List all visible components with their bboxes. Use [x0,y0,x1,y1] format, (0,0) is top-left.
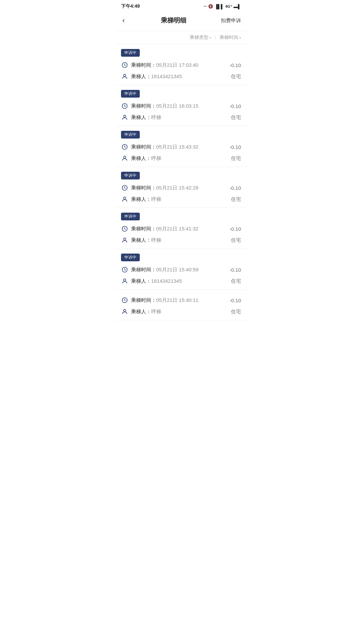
person-label: 乘梯人：18143421345 [131,73,182,80]
person-row: 乘梯人：呼梯 住宅 [116,234,246,249]
time-label: 乘梯时间：05月21日 15:41:32 [131,226,198,232]
status-badge: 申诉中 [121,49,140,57]
person-row: 乘梯人：18143421345 住宅 [116,71,246,85]
person-row: 乘梯人：呼梯 住宅 [116,194,246,208]
time-label: 乘梯时间：05月21日 16:03:15 [131,103,198,109]
person-icon [121,277,128,285]
network-type-icon: 4G⁺ [225,4,232,9]
header: ‹ 乘梯明细 扣费申诉 [116,11,246,31]
svg-point-9 [124,238,126,240]
amount-value: -0.10 [230,298,241,303]
person-row: 乘梯人：呼梯 住宅 [116,153,246,167]
amount-value: -0.10 [230,144,241,150]
complaint-button[interactable]: 扣费申诉 [221,17,241,24]
person-label: 乘梯人：呼梯 [131,237,161,244]
signal-dots-icon: ··· [203,4,207,9]
status-time: 下午4:49 [121,3,140,9]
status-badge: 申诉中 [121,90,140,98]
time-row: 乘梯时间：05月21日 15:40:11 -0.10 [116,294,246,306]
filter-divider [215,35,216,40]
ride-type: 住宅 [231,155,241,162]
clock-icon [121,61,128,69]
time-row: 乘梯时间：05月21日 15:41:32 -0.10 [116,223,246,234]
list-item[interactable]: 乘梯时间：05月21日 15:40:11 -0.10 乘梯人：呼梯 住宅 [116,290,246,320]
battery-icon: ▬▌ [234,4,241,9]
svg-point-11 [124,279,126,281]
time-label: 乘梯时间：05月21日 15:40:11 [131,297,198,304]
status-badge: 申诉中 [121,131,140,139]
status-badge: 申诉中 [121,213,140,220]
person-label: 乘梯人：呼梯 [131,309,161,315]
person-icon [121,196,128,203]
time-row: 乘梯时间：05月21日 15:40:59 -0.10 [116,264,246,275]
status-badge: 申诉中 [121,254,140,261]
mute-icon: 🔇 [208,4,213,9]
time-row: 乘梯时间：05月21日 17:03:40 -0.10 [116,59,246,71]
signal-bars-icon: ▐▌▌ [215,4,224,9]
status-bar: 下午4:49 ··· 🔇 ▐▌▌ 4G⁺ ▬▌ [116,0,246,11]
svg-point-3 [124,115,126,117]
status-icons: ··· 🔇 ▐▌▌ 4G⁺ ▬▌ [203,4,241,9]
person-row: 乘梯人：呼梯 住宅 [116,112,246,126]
person-label: 乘梯人：18143421345 [131,278,182,284]
filter-type[interactable]: 乘梯类型 ▾ [190,35,211,41]
ride-type: 住宅 [231,73,241,80]
svg-point-5 [124,156,126,158]
person-icon [121,236,128,244]
filter-time-label: 乘梯时间 [220,35,238,41]
time-row: 乘梯时间：05月21日 15:43:32 -0.10 [116,141,246,153]
clock-icon [121,143,128,151]
amount-value: -0.10 [230,226,241,232]
person-label: 乘梯人：呼梯 [131,114,161,121]
person-row: 乘梯人：18143421345 住宅 [116,275,246,289]
list-item[interactable]: 申诉中 乘梯时间：05月21日 15:42:29 -0.10 乘梯人：呼梯 住宅 [116,167,246,208]
clock-icon [121,225,128,232]
filter-type-label: 乘梯类型 [190,35,208,41]
ride-type: 住宅 [231,278,241,284]
list-item[interactable]: 申诉中 乘梯时间：05月21日 15:41:32 -0.10 乘梯人：呼梯 住宅 [116,208,246,249]
svg-point-7 [124,197,126,199]
person-icon [121,73,128,80]
filter-type-arrow-icon: ▾ [209,36,211,40]
filter-time[interactable]: 乘梯时间 ▾ [220,35,241,41]
svg-point-13 [124,309,126,312]
clock-icon [121,297,128,304]
clock-icon [121,184,128,192]
time-row: 乘梯时间：05月21日 15:42:29 -0.10 [116,182,246,194]
ride-type: 住宅 [231,309,241,315]
amount-value: -0.10 [230,62,241,68]
time-label: 乘梯时间：05月21日 17:03:40 [131,62,198,68]
amount-value: -0.10 [230,103,241,109]
time-label: 乘梯时间：05月21日 15:42:29 [131,185,198,191]
list-item[interactable]: 申诉中 乘梯时间：05月21日 16:03:15 -0.10 乘梯人：呼梯 住宅 [116,85,246,126]
back-button[interactable]: ‹ [121,15,126,26]
filter-bar: 乘梯类型 ▾ 乘梯时间 ▾ [116,31,246,44]
person-icon [121,308,128,315]
time-label: 乘梯时间：05月21日 15:43:32 [131,144,198,150]
svg-point-1 [124,74,126,76]
list-item[interactable]: 申诉中 乘梯时间：05月21日 15:43:32 -0.10 乘梯人：呼梯 住宅 [116,126,246,167]
person-row: 乘梯人：呼梯 住宅 [116,306,246,320]
person-label: 乘梯人：呼梯 [131,196,161,203]
ride-type: 住宅 [231,196,241,203]
person-label: 乘梯人：呼梯 [131,155,161,162]
person-icon [121,114,128,121]
ride-list: 申诉中 乘梯时间：05月21日 17:03:40 -0.10 乘梯人：18143… [116,44,246,320]
page-title: 乘梯明细 [126,16,221,25]
ride-type: 住宅 [231,114,241,121]
time-label: 乘梯时间：05月21日 15:40:59 [131,267,198,273]
filter-time-arrow-icon: ▾ [239,36,241,40]
list-item[interactable]: 申诉中 乘梯时间：05月21日 17:03:40 -0.10 乘梯人：18143… [116,44,246,85]
time-row: 乘梯时间：05月21日 16:03:15 -0.10 [116,100,246,112]
person-icon [121,155,128,162]
clock-icon [121,266,128,273]
amount-value: -0.10 [230,267,241,273]
status-badge: 申诉中 [121,172,140,179]
clock-icon [121,102,128,110]
amount-value: -0.10 [230,185,241,191]
ride-type: 住宅 [231,237,241,244]
list-item[interactable]: 申诉中 乘梯时间：05月21日 15:40:59 -0.10 乘梯人：18143… [116,249,246,290]
